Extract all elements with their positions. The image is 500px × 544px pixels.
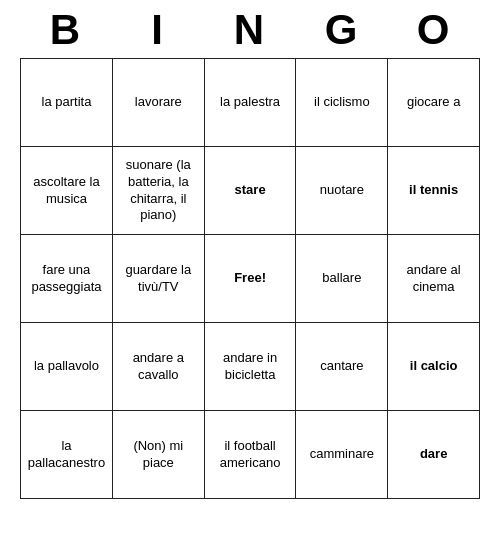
cell-r0-c0: la partita — [21, 59, 113, 147]
cell-r2-c2: Free! — [204, 235, 296, 323]
cell-r1-c0: ascoltare la musica — [21, 147, 113, 235]
cell-r0-c4: giocare a — [388, 59, 480, 147]
cell-r3-c2: andare in bicicletta — [204, 323, 296, 411]
title-n: N — [204, 6, 296, 54]
cell-r3-c3: cantare — [296, 323, 388, 411]
bingo-grid: la partitalavorarela palestrail ciclismo… — [20, 58, 480, 499]
cell-r4-c0: la pallacanestro — [21, 411, 113, 499]
title-i: I — [112, 6, 204, 54]
title-o: O — [388, 6, 480, 54]
cell-r4-c4: dare — [388, 411, 480, 499]
cell-r2-c3: ballare — [296, 235, 388, 323]
cell-r3-c0: la pallavolo — [21, 323, 113, 411]
cell-r4-c1: (Non) mi piace — [112, 411, 204, 499]
cell-r2-c0: fare una passeggiata — [21, 235, 113, 323]
cell-r4-c2: il football americano — [204, 411, 296, 499]
cell-r1-c4: il tennis — [388, 147, 480, 235]
cell-r3-c1: andare a cavallo — [112, 323, 204, 411]
cell-r1-c3: nuotare — [296, 147, 388, 235]
cell-r1-c2: stare — [204, 147, 296, 235]
cell-r3-c4: il calcio — [388, 323, 480, 411]
bingo-title: B I N G O — [20, 0, 480, 58]
cell-r2-c1: guardare la tivù/TV — [112, 235, 204, 323]
cell-r4-c3: camminare — [296, 411, 388, 499]
title-b: B — [20, 6, 112, 54]
cell-r1-c1: suonare (la batteria, la chitarra, il pi… — [112, 147, 204, 235]
cell-r0-c1: lavorare — [112, 59, 204, 147]
cell-r0-c3: il ciclismo — [296, 59, 388, 147]
cell-r0-c2: la palestra — [204, 59, 296, 147]
cell-r2-c4: andare al cinema — [388, 235, 480, 323]
title-g: G — [296, 6, 388, 54]
